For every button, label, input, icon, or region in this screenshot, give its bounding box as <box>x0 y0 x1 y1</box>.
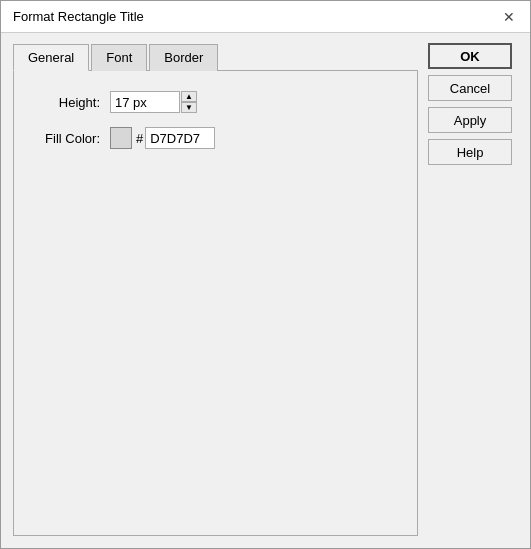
tab-general[interactable]: General <box>13 44 89 71</box>
tab-font[interactable]: Font <box>91 44 147 71</box>
format-rectangle-title-dialog: Format Rectangle Title ✕ General Font Bo… <box>0 0 531 549</box>
ok-button[interactable]: OK <box>428 43 512 69</box>
color-swatch[interactable] <box>110 127 132 149</box>
tab-border[interactable]: Border <box>149 44 218 71</box>
dialog-content: General Font Border Height: ▲ ▼ <box>1 33 530 548</box>
hash-symbol: # <box>136 131 143 146</box>
height-spinner-up[interactable]: ▲ <box>181 91 197 102</box>
help-button[interactable]: Help <box>428 139 512 165</box>
cancel-button[interactable]: Cancel <box>428 75 512 101</box>
tab-content-general: Height: ▲ ▼ Fill Color: # <box>13 71 418 536</box>
height-input-group: ▲ ▼ <box>110 91 197 113</box>
title-bar: Format Rectangle Title ✕ <box>1 1 530 33</box>
tabs: General Font Border <box>13 43 418 71</box>
height-spinner-down[interactable]: ▼ <box>181 102 197 113</box>
color-row: # <box>110 127 215 149</box>
dialog-title: Format Rectangle Title <box>13 9 144 24</box>
height-row: Height: ▲ ▼ <box>30 91 401 113</box>
right-panel: OK Cancel Apply Help <box>428 43 518 536</box>
height-label: Height: <box>30 95 110 110</box>
fill-color-row: Fill Color: # <box>30 127 401 149</box>
height-spinner: ▲ ▼ <box>181 91 197 113</box>
left-panel: General Font Border Height: ▲ ▼ <box>13 43 418 536</box>
apply-button[interactable]: Apply <box>428 107 512 133</box>
fill-color-label: Fill Color: <box>30 131 110 146</box>
color-input[interactable] <box>145 127 215 149</box>
close-button[interactable]: ✕ <box>500 8 518 26</box>
height-input[interactable] <box>110 91 180 113</box>
